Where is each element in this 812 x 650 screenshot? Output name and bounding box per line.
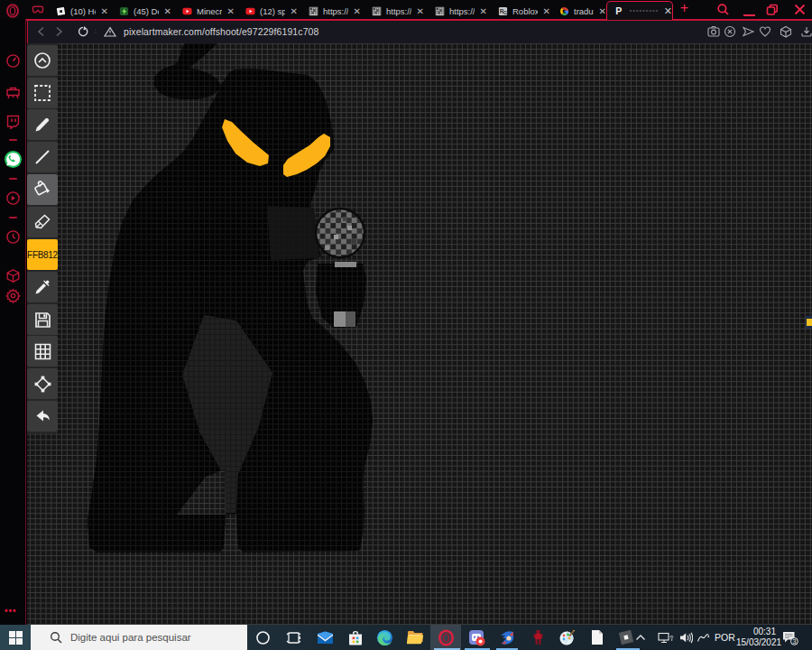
svg-text:G: G xyxy=(503,9,507,14)
svg-text:3: 3 xyxy=(793,638,797,645)
svg-text:P: P xyxy=(615,5,622,16)
